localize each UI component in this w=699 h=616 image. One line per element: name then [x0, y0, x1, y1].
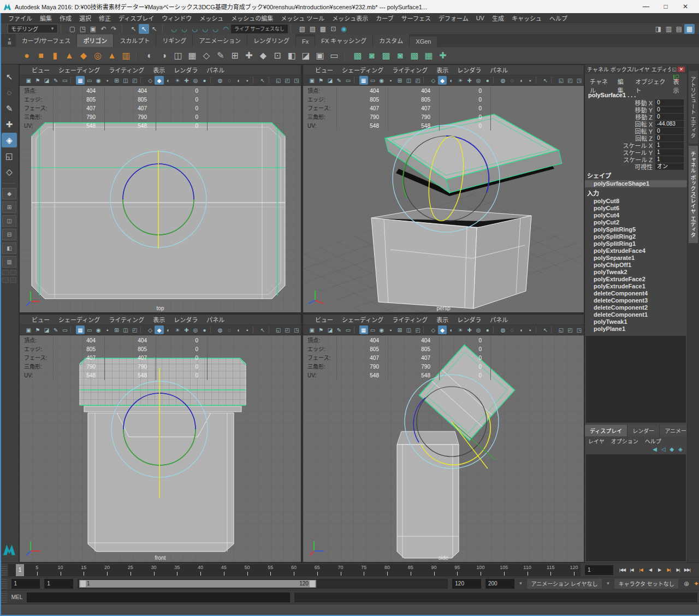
safe-action-icon[interactable]: ◫: [404, 325, 413, 334]
mel-toggle-button[interactable]: MEL: [7, 594, 27, 600]
viewport-menu-item[interactable]: パネル: [202, 66, 229, 74]
ambient-occlusion-icon[interactable]: ◎: [191, 76, 200, 85]
exposure-icon[interactable]: ◖: [517, 76, 526, 85]
select-object-icon[interactable]: ↖: [139, 24, 149, 34]
panel-options-icon[interactable]: ◳: [574, 76, 584, 85]
value-field[interactable]: 0: [655, 99, 684, 106]
sculpt-pinch-icon[interactable]: ▩: [407, 48, 422, 63]
textured-icon[interactable]: ◐: [447, 76, 456, 85]
viewport-menu-item[interactable]: ライティング: [388, 315, 432, 324]
chevron-down-icon[interactable]: ▼: [519, 581, 523, 586]
viewport-menu-item[interactable]: シェーディング: [54, 315, 104, 324]
shadows-icon[interactable]: ✚: [182, 76, 191, 85]
poly-cylinder-icon[interactable]: ▮: [48, 48, 62, 63]
viewport-menu-item[interactable]: ビュー: [27, 66, 54, 74]
snap-view-plane-icon[interactable]: ◡: [210, 24, 221, 34]
new-scene-icon[interactable]: ▢: [67, 24, 78, 34]
shelf-tab-リギング[interactable]: リギング: [156, 34, 193, 47]
input-node-item[interactable]: deleteComponent2: [585, 304, 687, 311]
value-field[interactable]: 0: [655, 135, 684, 141]
layout-outliner-pane-icon[interactable]: ▥: [2, 256, 16, 268]
sculpt-relax-icon[interactable]: ▩: [379, 48, 393, 63]
input-node-item[interactable]: polyCut8: [585, 198, 687, 205]
sculpt-flatten-icon[interactable]: ▦: [422, 48, 436, 63]
textured-icon[interactable]: ◐: [447, 325, 456, 334]
menu-item[interactable]: ウィンドウ: [158, 14, 196, 22]
menu-item[interactable]: 生成: [488, 14, 508, 22]
bridge-icon[interactable]: ⊡: [270, 48, 285, 63]
step-forward-key-button[interactable]: ▶|: [664, 565, 673, 575]
hypershade-icon[interactable]: ◉: [339, 24, 349, 34]
snap-curve-icon[interactable]: ◡: [179, 24, 189, 34]
panel-copy-icon[interactable]: ◰: [283, 76, 292, 85]
value-field[interactable]: -44.083: [655, 121, 684, 127]
ambient-occlusion-icon[interactable]: ◎: [474, 76, 483, 85]
input-node-item[interactable]: polySplitRing2: [585, 233, 687, 240]
menu-item[interactable]: デフォーム: [435, 14, 472, 22]
shelf-tab-アニメーション[interactable]: アニメーション: [193, 34, 247, 47]
viewport-menu-item[interactable]: ビュー: [311, 315, 337, 324]
ipr-render-icon[interactable]: ▩: [318, 24, 328, 34]
maximize-button[interactable]: □: [662, 3, 670, 10]
panel-copy-icon[interactable]: ◰: [566, 76, 575, 85]
xray-icon[interactable]: ◍: [499, 76, 508, 85]
exposure-icon[interactable]: ◖: [234, 325, 243, 334]
move-tool-icon[interactable]: ✚: [2, 117, 17, 132]
shelf-tab-FX キャッシング[interactable]: FX キャッシング: [315, 34, 373, 47]
isolate-select-icon[interactable]: ↖: [258, 325, 268, 334]
layer-list[interactable]: [586, 454, 686, 561]
sculpt-mesh-icon[interactable]: ▩: [351, 48, 365, 63]
viewport-menu-item[interactable]: レンダラ: [453, 315, 485, 324]
smooth-icon[interactable]: ◐: [143, 48, 157, 63]
textured-icon[interactable]: ◐: [164, 76, 173, 85]
channel-box-icon[interactable]: ▦: [684, 24, 695, 34]
panel-tearoff-icon[interactable]: ◱: [274, 76, 283, 85]
input-node-item[interactable]: polySplitRing1: [585, 240, 687, 247]
value-field[interactable]: 1: [655, 142, 684, 149]
close-button[interactable]: ✕: [682, 3, 689, 10]
select-hierarchy-icon[interactable]: ↖: [128, 24, 139, 34]
panel-tearoff-icon[interactable]: ◱: [556, 76, 566, 85]
mel-input[interactable]: [27, 593, 290, 602]
boolean-icon[interactable]: ▣: [313, 48, 327, 63]
contrast-icon[interactable]: ▪: [525, 76, 535, 85]
menu-item[interactable]: ディスプレイ: [115, 14, 158, 22]
layer-editor-tab-ディスプレイ[interactable]: ディスプレイ: [585, 425, 627, 436]
grease-pencil-icon[interactable]: ✎: [335, 76, 344, 85]
use-all-lights-icon[interactable]: ☀: [173, 76, 182, 85]
sculpt-grab-icon[interactable]: ◙: [393, 48, 407, 63]
field-chart-icon[interactable]: ⊞: [395, 76, 405, 85]
viewport-camera-icon[interactable]: ▣: [24, 325, 33, 334]
shelf-tab-スカルプト[interactable]: スカルプト: [114, 34, 156, 47]
panel-tearoff-icon[interactable]: ◱: [274, 325, 283, 334]
viewport-menu-item[interactable]: シェーディング: [337, 315, 388, 324]
viewport-menu-item[interactable]: ライティング: [388, 66, 432, 74]
poly-cone-icon[interactable]: ▲: [62, 48, 76, 63]
poly-pyramid-icon[interactable]: ▲: [105, 48, 119, 63]
range-track[interactable]: 1 120: [78, 579, 448, 589]
panel-options-icon[interactable]: ◳: [292, 76, 301, 85]
step-back-frame-button[interactable]: |◀: [627, 565, 636, 575]
menu-item[interactable]: 編集: [36, 14, 56, 22]
ambient-occlusion-icon[interactable]: ◎: [474, 325, 483, 334]
viewport-camera-icon[interactable]: ▣: [307, 325, 317, 334]
value-field[interactable]: 0: [655, 106, 684, 113]
contrast-icon[interactable]: ▪: [243, 325, 252, 334]
gate-mask-icon[interactable]: ▪: [386, 76, 395, 85]
isolate-select-icon[interactable]: ↖: [541, 76, 550, 85]
input-node-item[interactable]: polyCut4: [585, 212, 687, 219]
shelf-tab-XGen[interactable]: XGen: [410, 37, 437, 47]
poly-sphere-icon[interactable]: ●: [20, 48, 34, 63]
viewport-menu-item[interactable]: ライティング: [104, 315, 149, 324]
float-panel-icon[interactable]: ◱: [671, 67, 678, 72]
motion-blur-icon[interactable]: ●: [483, 76, 492, 85]
select-component-icon[interactable]: ↖: [149, 24, 159, 34]
field-chart-icon[interactable]: ⊞: [112, 325, 121, 334]
character-set-field[interactable]: キャラクタ セットなし: [614, 579, 678, 589]
separate-icon[interactable]: ◧: [285, 48, 299, 63]
image-plane-icon[interactable]: ▭: [60, 76, 69, 85]
range-bar[interactable]: 1 120: [79, 580, 316, 588]
shaded-icon[interactable]: ◆: [155, 76, 164, 85]
viewport-canvas-top[interactable]: 頂点:4044040エッジ:8058050フェース:4074070三角形:790…: [20, 86, 301, 312]
scale-tool-icon[interactable]: ◱: [2, 149, 17, 163]
